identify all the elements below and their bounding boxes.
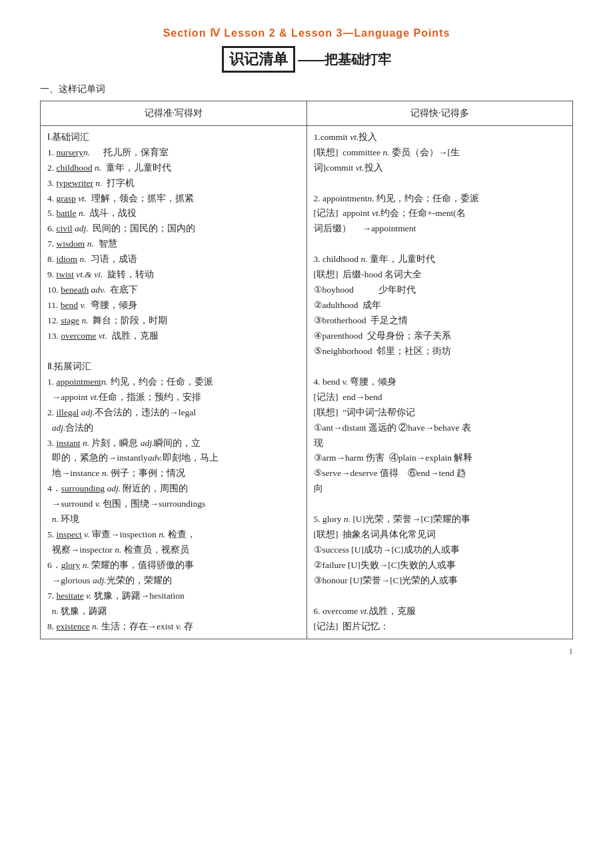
col-right-header: 记得快·记得多 [306, 101, 573, 126]
main-title-rest: ——把基础打牢 [298, 52, 391, 67]
section-one-label: 一、这样记单词 [40, 83, 573, 95]
right-col: 1.commit vt.投入 [联想] committee n. 委员（会）→[… [306, 125, 573, 639]
left-col: Ⅰ.基础词汇 1. nurseryn. 托儿所，保育室 2. childhood… [41, 125, 307, 639]
table-row: Ⅰ.基础词汇 1. nurseryn. 托儿所，保育室 2. childhood… [41, 125, 573, 639]
section-title: Section Ⅳ Lesson 2 & Lesson 3—Language P… [40, 27, 573, 39]
page-number: 1 [40, 646, 573, 657]
col-left-header: 记得准·写得对 [41, 101, 307, 126]
main-title-boxed: 识记清单 [222, 46, 295, 73]
main-title-wrapper: 识记清单——把基础打牢 [40, 46, 573, 73]
vocabulary-table: 记得准·写得对 记得快·记得多 Ⅰ.基础词汇 1. nurseryn. 托儿所，… [40, 101, 573, 639]
